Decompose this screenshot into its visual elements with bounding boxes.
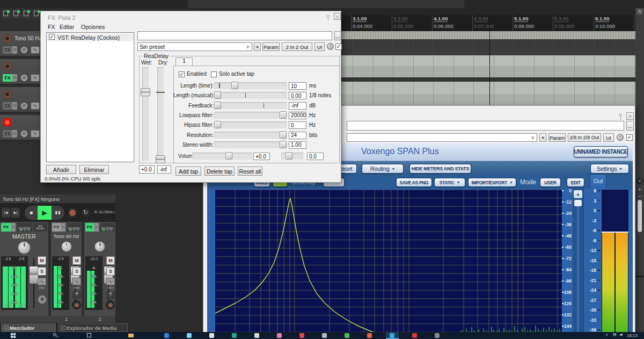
record-arm-icon[interactable] [3, 62, 12, 71]
param-value-field[interactable]: 1.00 [289, 141, 306, 149]
master-settings-gear-icon[interactable]: ✱ [38, 295, 47, 304]
scroll-up-button[interactable]: ▲ [573, 190, 583, 199]
pan-knob[interactable] [18, 241, 31, 254]
arrange-scrollbar[interactable]: ≡∨+− [635, 8, 644, 339]
pause-button[interactable]: ▮▮ [52, 206, 64, 220]
strip-routing-button[interactable]: MRSROUTING [100, 223, 114, 232]
span-io-button[interactable]: 2/8 In 2/8 Out [568, 133, 601, 142]
settings-button[interactable]: Settings▼ [590, 164, 629, 174]
wet-fader-track[interactable] [142, 67, 149, 161]
io-button[interactable]: 2 In 2 Out [282, 42, 312, 51]
strip-fx-button[interactable]: FX [52, 223, 61, 232]
ui-button[interactable]: UI [314, 42, 325, 51]
wet-knob-icon[interactable] [617, 134, 624, 141]
strip-number[interactable]: 2 [84, 316, 115, 322]
param-button[interactable]: Param [262, 42, 280, 51]
menu-item-editar[interactable]: Editar [60, 24, 74, 30]
pin-icon[interactable] [325, 15, 331, 21]
mode-user-button[interactable]: USER [540, 178, 561, 187]
stop-button[interactable]: ■ [25, 206, 38, 220]
static-button[interactable]: STATIC▼ [434, 178, 465, 187]
open-project-icon[interactable] [22, 9, 31, 19]
play-button[interactable]: ▶ [38, 206, 52, 220]
pin-icon[interactable] [618, 113, 623, 120]
zoom-out-button[interactable]: − [636, 193, 643, 199]
track-fx-button[interactable]: FX [3, 74, 12, 82]
close-button[interactable]: × [334, 13, 341, 20]
volume-value-field[interactable]: +0.0 [253, 153, 270, 160]
wet-fader-handle[interactable] [141, 88, 150, 96]
scrollbar-thumb[interactable] [638, 200, 642, 232]
strip-routing-button[interactable]: MRSROUTING [67, 223, 81, 232]
param-value-field[interactable]: 0.00 [289, 92, 306, 99]
track-fx-button[interactable]: FX [3, 46, 12, 54]
tap-tab[interactable]: 1 [175, 57, 193, 66]
delete-tap-button[interactable]: Delete tap [204, 167, 235, 176]
go-end-button[interactable]: ▶| [11, 208, 20, 218]
track-envelope-button[interactable]: ∿ [31, 46, 40, 54]
pan-slider[interactable] [281, 153, 303, 160]
slider-handle[interactable] [231, 82, 238, 89]
preset-add-button[interactable]: + [254, 42, 261, 51]
taskbar-app-icon[interactable] [412, 333, 417, 338]
record-arm-button[interactable] [106, 300, 115, 309]
rename-more-button[interactable]: ... [334, 31, 341, 40]
global-automation-icon[interactable]: ∧ [94, 209, 98, 214]
zoom-in-button[interactable]: + [636, 186, 643, 192]
taskbar-app-icon[interactable] [277, 333, 282, 338]
param-slider[interactable] [214, 102, 287, 109]
strip-fx-button[interactable]: FX [1, 223, 11, 232]
param-slider[interactable] [214, 112, 287, 119]
solo-button[interactable]: S [38, 267, 46, 276]
record-arm-icon-armed[interactable] [3, 118, 12, 127]
taskbar-app-icon[interactable] [254, 333, 259, 338]
track-panel-row[interactable]: Tono 50 HzFX⏻ø∿ [0, 31, 44, 57]
param-slider[interactable] [214, 92, 287, 99]
track-fx-bypass-button[interactable]: ⏻ [12, 74, 17, 82]
dry-fader-track[interactable] [157, 67, 164, 161]
solo-button[interactable]: S [72, 267, 81, 276]
menu-item-fx[interactable]: FX [48, 24, 55, 30]
menu-item-opciones[interactable]: Opciones [81, 24, 105, 30]
span-preset-add-button[interactable]: + [539, 133, 546, 142]
input-select-button[interactable]: IN▼ [106, 292, 115, 299]
taskbar-app-icon[interactable] [322, 333, 327, 338]
fx-enabled-checkbox[interactable]: ✓ [335, 44, 342, 50]
strip-fx-bypass-button[interactable]: ⏻ [94, 223, 99, 232]
track-panel-row[interactable]: FX⏻ø∿ [0, 115, 44, 141]
pan-knob[interactable] [94, 241, 105, 252]
task-view-icon[interactable] [87, 333, 92, 338]
readelay-fx-window[interactable]: FX: Pista 2 × FXEditarOpciones ✓ VST: Re… [40, 11, 341, 183]
taskbar-app-icon[interactable] [209, 333, 214, 338]
mode-edit-button[interactable]: EDIT [567, 178, 584, 187]
scroll-thumb[interactable] [574, 200, 582, 206]
tray-volume-icon[interactable]: ◀ [619, 333, 622, 337]
mute-button[interactable]: M [38, 256, 46, 265]
fx-item-checkbox[interactable]: ✓ [49, 34, 55, 40]
track-fx-bypass-button[interactable]: ⏻ [12, 130, 17, 138]
record-arm-button[interactable] [72, 300, 81, 309]
wet-knob-icon[interactable] [327, 43, 334, 50]
fx-comment-more-button[interactable]: ... [626, 121, 634, 131]
pan-value-field[interactable]: 0.0 [307, 153, 324, 160]
scrollbar-menu-icon[interactable]: ≡ [636, 9, 643, 15]
preset-combo[interactable]: Sin preset ∨ [137, 42, 252, 51]
tray-chevron-icon[interactable]: ∧ [605, 333, 608, 337]
param-value-field[interactable]: 24 [289, 132, 306, 139]
slider-handle[interactable] [280, 111, 287, 119]
taskbar-app-icon[interactable] [232, 333, 237, 338]
slider-handle[interactable] [280, 131, 287, 139]
solo-button[interactable]: S [106, 267, 115, 276]
pan-knob[interactable] [61, 241, 72, 252]
fx-comment-field[interactable] [347, 121, 624, 131]
new-project-icon[interactable] [12, 9, 21, 19]
slider-handle[interactable] [214, 91, 221, 99]
track-mute-button[interactable]: ø [20, 102, 28, 110]
record-button[interactable] [67, 207, 78, 219]
go-start-button[interactable]: |◀ [2, 208, 10, 218]
trim-envelope-icon[interactable]: ∿ [38, 278, 46, 285]
span-preset-combo[interactable]: ∨ [347, 133, 537, 142]
volume-slider[interactable] [192, 153, 252, 160]
search-icon[interactable] [53, 333, 58, 338]
solo-checkbox[interactable] [211, 71, 217, 77]
